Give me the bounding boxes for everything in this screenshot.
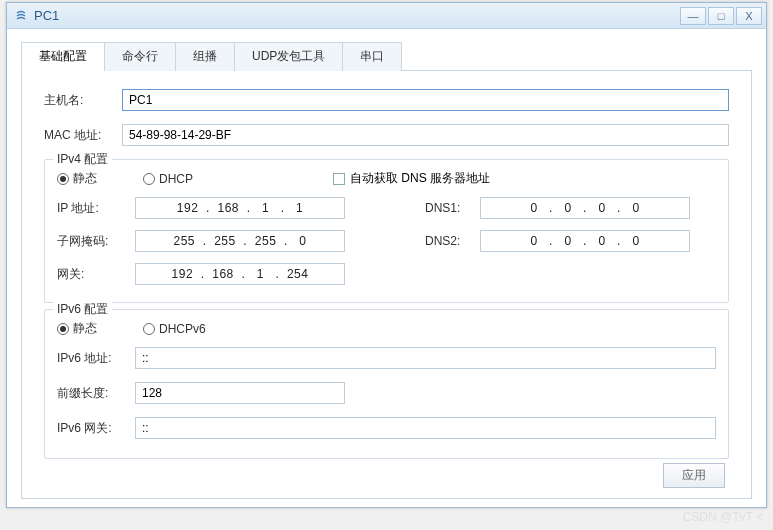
hostname-label: 主机名: <box>44 92 122 109</box>
mac-row: MAC 地址: <box>44 124 729 146</box>
tab-basic[interactable]: 基础配置 <box>21 42 105 71</box>
ipv6-addr-input[interactable] <box>135 347 716 369</box>
minimize-button[interactable]: — <box>680 7 706 25</box>
titlebar: PC1 — □ X <box>7 3 766 29</box>
ipv4-mode-row: 静态 DHCP 自动获取 DNS 服务器地址 <box>57 170 716 187</box>
tab-cli[interactable]: 命令行 <box>104 42 176 71</box>
mac-label: MAC 地址: <box>44 127 122 144</box>
ipv6-gw-row: IPv6 网关: <box>57 417 716 439</box>
ipv6-dhcp-label: DHCPv6 <box>159 322 206 336</box>
ipv6-addr-row: IPv6 地址: <box>57 347 716 369</box>
ipv6-dhcp-radio[interactable] <box>143 323 155 335</box>
ipv6-prefix-input[interactable] <box>135 382 345 404</box>
basic-panel: 主机名: MAC 地址: IPv4 配置 静态 DHCP 自动获取 DNS 服务… <box>21 71 752 499</box>
gateway-label: 网关: <box>57 266 135 283</box>
app-icon <box>13 8 29 24</box>
auto-dns-checkbox[interactable] <box>333 173 345 185</box>
ipv6-static-label: 静态 <box>73 320 97 337</box>
ipv4-fieldset: IPv4 配置 静态 DHCP 自动获取 DNS 服务器地址 IP 地址: 19… <box>44 159 729 303</box>
ip-input[interactable]: 192 . 168 . 1 . 1 <box>135 197 345 219</box>
ipv4-static-radio[interactable] <box>57 173 69 185</box>
client-area: 基础配置 命令行 组播 UDP发包工具 串口 主机名: MAC 地址: IPv4… <box>7 29 766 507</box>
ipv4-static-label: 静态 <box>73 170 97 187</box>
tab-multicast[interactable]: 组播 <box>175 42 235 71</box>
app-window: PC1 — □ X 基础配置 命令行 组播 UDP发包工具 串口 主机名: MA… <box>6 2 767 508</box>
hostname-row: 主机名: <box>44 89 729 111</box>
ipv4-dhcp-radio[interactable] <box>143 173 155 185</box>
apply-button[interactable]: 应用 <box>663 463 725 488</box>
dns2-label: DNS2: <box>425 234 480 248</box>
ipv6-fieldset: IPv6 配置 静态 DHCPv6 IPv6 地址: 前缀长度: IPv6 网关… <box>44 309 729 459</box>
ipv4-legend: IPv4 配置 <box>53 151 112 168</box>
dns1-input[interactable]: 0 . 0 . 0 . 0 <box>480 197 690 219</box>
mask-label: 子网掩码: <box>57 233 135 250</box>
mask-row: 子网掩码: 255 . 255 . 255 . 0 DNS2: 0 . 0 . … <box>57 230 716 252</box>
auto-dns-label: 自动获取 DNS 服务器地址 <box>350 170 490 187</box>
ipv6-addr-label: IPv6 地址: <box>57 350 135 367</box>
ipv6-prefix-label: 前缀长度: <box>57 385 135 402</box>
ipv4-dhcp-label: DHCP <box>159 172 193 186</box>
mask-input[interactable]: 255 . 255 . 255 . 0 <box>135 230 345 252</box>
tab-serial[interactable]: 串口 <box>342 42 402 71</box>
footer: 应用 <box>44 459 729 488</box>
watermark: CSDN @TvT < <box>683 510 763 524</box>
ip-row: IP 地址: 192 . 168 . 1 . 1 DNS1: 0 . 0 . 0… <box>57 197 716 219</box>
ipv6-gw-label: IPv6 网关: <box>57 420 135 437</box>
window-title: PC1 <box>34 8 678 23</box>
gateway-row: 网关: 192 . 168 . 1 . 254 <box>57 263 716 285</box>
ipv6-legend: IPv6 配置 <box>53 301 112 318</box>
close-button[interactable]: X <box>736 7 762 25</box>
tabstrip: 基础配置 命令行 组播 UDP发包工具 串口 <box>21 41 752 71</box>
ipv6-prefix-row: 前缀长度: <box>57 382 716 404</box>
tab-udp[interactable]: UDP发包工具 <box>234 42 343 71</box>
dns1-label: DNS1: <box>425 201 480 215</box>
gateway-input[interactable]: 192 . 168 . 1 . 254 <box>135 263 345 285</box>
ipv6-mode-row: 静态 DHCPv6 <box>57 320 716 337</box>
mac-input[interactable] <box>122 124 729 146</box>
maximize-button[interactable]: □ <box>708 7 734 25</box>
ipv6-static-radio[interactable] <box>57 323 69 335</box>
ip-label: IP 地址: <box>57 200 135 217</box>
hostname-input[interactable] <box>122 89 729 111</box>
ipv6-gw-input[interactable] <box>135 417 716 439</box>
dns2-input[interactable]: 0 . 0 . 0 . 0 <box>480 230 690 252</box>
